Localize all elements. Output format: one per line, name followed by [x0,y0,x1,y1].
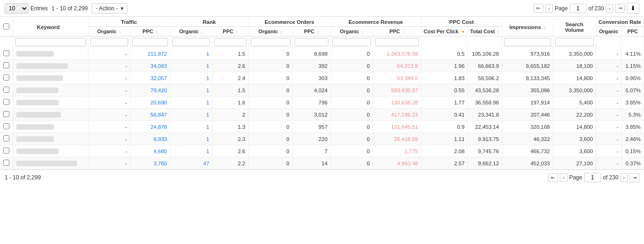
orders-organic-cell: 0 [248,157,292,170]
keyword-filter-input[interactable] [15,38,86,46]
row-checkbox-cell[interactable] [0,121,13,133]
row-checkbox-cell[interactable] [0,133,13,145]
table-row: - 32,057 1 2.4 0 303 0 53,349.5 1.83 58,… [0,72,644,84]
row-checkbox[interactable] [3,50,9,56]
row-checkbox[interactable] [3,99,9,105]
organic-rank-link[interactable]: 47 [203,161,210,166]
entries-count-select[interactable]: 10 25 50 100 [5,3,29,14]
rank-organic-filter[interactable] [172,38,210,46]
search-volume-filter[interactable] [555,38,594,46]
ppc-traffic-link[interactable]: 34,083 [151,63,167,69]
orders-ppc-header[interactable]: PPC ↕ [292,27,331,37]
bottom-last-page-button[interactable]: ⇥ [630,173,639,182]
revenue-organic-cell: 0 [331,133,373,145]
bottom-page-number-input[interactable] [584,173,601,182]
first-page-button[interactable]: ⇤ [534,4,543,13]
row-checkbox[interactable] [3,135,9,141]
organic-rank-link[interactable]: 1 [206,136,209,142]
organic-rank-link[interactable]: 1 [206,112,209,118]
row-checkbox[interactable] [3,62,9,68]
organic-rank-link[interactable]: 1 [206,100,209,105]
row-checkbox-cell[interactable] [0,84,13,96]
traffic-organic-header[interactable]: Organic ↕ [88,27,130,37]
organic-rank-link[interactable]: 1 [206,75,209,81]
keyword-value [16,112,61,118]
cr-organic-header[interactable]: Organic [596,27,622,37]
page-number-input[interactable] [570,4,586,13]
organic-rank-link[interactable]: 1 [206,148,209,154]
next-page-button[interactable]: › [606,4,613,13]
action-label: - Action - [96,5,118,12]
orders-ppc-cell: 957 [292,121,331,133]
orders-ppc-cell: 796 [292,96,331,109]
ppc-traffic-link[interactable]: 20,690 [151,100,167,105]
traffic-ppc-sort: ↕ [156,30,158,34]
row-checkbox[interactable] [3,87,9,93]
orders-ppc-filter[interactable] [295,38,329,46]
row-checkbox[interactable] [3,123,9,129]
ppc-traffic-link[interactable]: 79,420 [151,88,167,93]
ppc-traffic-link[interactable]: 32,057 [151,75,167,81]
orders-organic-filter[interactable] [251,38,290,46]
keyword-value [16,100,58,105]
cr-ppc-header[interactable]: PPC [622,27,644,37]
ppc-traffic-link[interactable]: 211,872 [147,51,167,57]
cost-per-click-header[interactable]: Cost Per Click ▼ [421,27,468,37]
revenue-ppc-header[interactable]: PPC ↕ [373,27,421,37]
action-dropdown[interactable]: - Action - ▾ [92,3,128,14]
row-checkbox[interactable] [3,111,9,117]
traffic-ppc-filter[interactable] [132,38,168,46]
select-all-checkbox-header[interactable] [0,17,13,37]
revenue-organic-filter[interactable] [333,38,370,46]
bottom-prev-page-button[interactable]: ‹ [560,173,567,182]
organic-rank-link[interactable]: 1 [206,51,209,57]
ppc-traffic-link[interactable]: 3,760 [153,161,167,166]
bottom-first-page-button[interactable]: ⇤ [548,173,558,182]
rank-ppc-header[interactable]: PPC ↕ [212,27,248,37]
row-checkbox[interactable] [3,148,9,154]
keyword-sort-icon: ↕ [62,25,65,30]
keyword-cell [13,84,88,96]
revenue-ppc-filter[interactable] [375,38,419,46]
search-volume-cell: 3,600 [553,145,596,157]
total-cost-header[interactable]: Total Cost ↕ [468,27,502,37]
row-checkbox-cell[interactable] [0,157,13,170]
row-checkbox-cell[interactable] [0,145,13,157]
select-all-checkbox[interactable] [3,23,9,30]
table-row: - 20,690 1 1.6 0 796 0 130,636.28 1.77 3… [0,96,644,109]
cr-ppc-cell: 3.85% [622,121,644,133]
ppc-traffic-link[interactable]: 4,680 [153,148,167,154]
last-page-button[interactable]: ⇥ [615,4,625,13]
impressions-header[interactable]: Impressions ↕ [502,17,553,37]
orders-organic-header[interactable]: Organic ↕ [248,27,292,37]
ppc-traffic-link[interactable]: 24,878 [151,124,167,130]
download-button[interactable]: ⬇ [627,3,639,14]
organic-rank-link[interactable]: 1 [206,88,209,93]
row-checkbox-cell[interactable] [0,48,13,60]
ppc-traffic-link[interactable]: 56,847 [151,112,167,118]
rank-organic-header[interactable]: Organic ↕ [170,27,212,37]
revenue-organic-header[interactable]: Organic ↕ [331,27,373,37]
search-volume-header[interactable]: SearchVolume [553,17,596,37]
row-checkbox-cell[interactable] [0,109,13,121]
ppc-traffic-link[interactable]: 8,933 [153,136,167,142]
row-checkbox[interactable] [3,160,9,166]
impressions-filter[interactable] [504,38,551,46]
row-checkbox-cell[interactable] [0,72,13,84]
rank-ppc-filter[interactable] [214,38,246,46]
prev-page-button[interactable]: ‹ [545,4,553,13]
rank-ppc-cell: 2.4 [212,72,248,84]
row-checkbox-cell[interactable] [0,60,13,72]
rank-ppc-cell: 2 [212,109,248,121]
organic-rank-link[interactable]: 1 [206,63,209,69]
entries-label: Entries [30,5,48,12]
cr-organic-cell: - [596,145,622,157]
row-checkbox-cell[interactable] [0,96,13,109]
keyword-cell [13,157,88,170]
traffic-organic-filter[interactable] [90,38,128,46]
row-checkbox[interactable] [3,74,9,81]
organic-rank-link[interactable]: 1 [206,124,209,130]
traffic-ppc-header[interactable]: PPC ↕ [130,27,170,37]
bottom-next-page-button[interactable]: › [620,173,628,182]
keyword-header[interactable]: Keyword ↕ [13,17,88,37]
